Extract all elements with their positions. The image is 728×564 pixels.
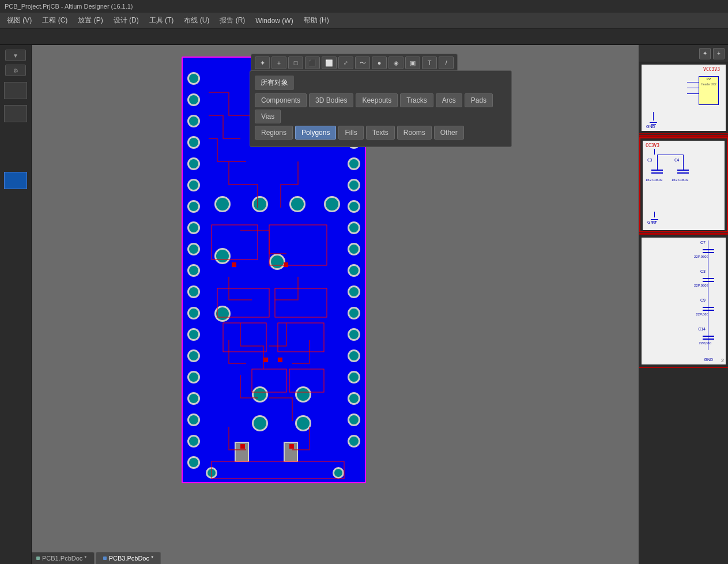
schematic-panel-2: CC3V3 C3 C4 163 C0603 163 C0603 GN — [639, 137, 728, 232]
cap-plate-2a — [677, 170, 689, 171]
right-panel: ✦ + VCC3V3 P2 Header 3X2 GND — [639, 45, 728, 564]
filter-keepouts[interactable]: Keepouts — [356, 93, 398, 107]
cap-c14-type: 22P,060 — [699, 341, 711, 345]
via-center-8 — [252, 386, 268, 403]
via-bottom-2 — [333, 467, 344, 479]
sidebar-panel-2 — [4, 105, 27, 122]
gnd-bar-2 — [652, 221, 657, 221]
vcc-label-2: CC3V3 — [646, 143, 659, 148]
tool-line[interactable]: / — [439, 57, 454, 69]
tool-add[interactable]: + — [271, 57, 286, 69]
right-tool-select[interactable]: ✦ — [699, 48, 711, 59]
tool-bar-chart[interactable]: ⬛ — [305, 57, 320, 69]
via-center-10 — [252, 415, 268, 431]
filter-other[interactable]: Other — [434, 126, 464, 140]
filter-rooms[interactable]: Rooms — [397, 126, 432, 140]
via-9 — [187, 243, 200, 255]
via-center-4 — [324, 196, 340, 212]
canvas-area[interactable]: ✦ + □ ⬛ ⬜ ⤢ 〜 ● ◈ ▣ T / 所有对象 Components … — [32, 45, 639, 564]
menu-design[interactable]: 设计 (D) — [109, 14, 144, 27]
p2-label: P2 — [699, 77, 718, 81]
filter-3dbodies[interactable]: 3D Bodies — [309, 93, 353, 107]
filter-row-2: Regions Polygons Fills Texts Rooms Other — [255, 126, 507, 140]
main-wire-3 — [708, 240, 708, 350]
vcc-label-1: VCC3V3 — [703, 67, 720, 72]
via-10 — [187, 264, 200, 277]
via-r6 — [348, 179, 360, 191]
wire-top — [657, 155, 683, 155]
wire-cap-2 — [683, 155, 684, 170]
sidebar-btn-arrow[interactable]: ▼ — [5, 50, 26, 61]
gnd-wire-3 — [651, 124, 656, 125]
title-bar: PCB_Project.PrjCB - Altium Designer (16.… — [0, 0, 728, 13]
filter-polygons[interactable]: Polygons — [295, 126, 336, 140]
sidebar-btn-gear[interactable]: ⚙ — [5, 65, 26, 76]
via-r12 — [348, 307, 360, 319]
via-3 — [187, 115, 200, 127]
via-center-11 — [295, 415, 311, 431]
menu-window[interactable]: Window (W) — [251, 15, 297, 27]
cap-c3b-type: 22P,0603 — [694, 284, 708, 287]
via-2 — [187, 93, 200, 106]
cap-c7-label: C7 — [700, 240, 706, 245]
title-text: PCB_Project.PrjCB - Altium Designer (16.… — [5, 3, 133, 10]
via-center-6 — [269, 254, 285, 270]
cap-plate-2b — [677, 172, 689, 174]
tool-route[interactable]: ⤢ — [338, 57, 353, 69]
schematic-panel-3: C7 22P,0603 C3 22P,0603 C9 22P,060 C14 2… — [639, 235, 728, 368]
tool-target[interactable]: ◈ — [388, 57, 403, 69]
filter-fills[interactable]: Fills — [338, 126, 363, 140]
via-r16 — [348, 392, 360, 405]
menu-tools[interactable]: 工具 (T) — [145, 14, 179, 27]
page-number-3: 2 — [721, 358, 724, 363]
wire-3 — [687, 93, 699, 94]
tool-text[interactable]: T — [422, 57, 437, 69]
cap-plate-1a — [651, 170, 663, 171]
component-p2: P2 Header 3X2 — [699, 76, 719, 105]
tool-rect[interactable]: □ — [288, 57, 303, 69]
via-8 — [187, 221, 200, 234]
menu-report[interactable]: 报告 (R) — [215, 14, 250, 27]
menu-help[interactable]: 帮助 (H) — [299, 14, 334, 27]
via-center-5 — [214, 248, 231, 264]
via-6 — [187, 179, 200, 191]
wire-1 — [687, 82, 699, 82]
menu-route[interactable]: 布线 (U) — [179, 14, 214, 27]
filter-tracks[interactable]: Tracks — [400, 93, 433, 107]
schematic-inner-3: C7 22P,0603 C3 22P,0603 C9 22P,060 C14 2… — [642, 238, 726, 364]
filter-texts[interactable]: Texts — [366, 126, 395, 140]
filter-regions[interactable]: Regions — [255, 126, 293, 140]
via-7 — [187, 200, 200, 213]
p2-type: Header 3X2 — [699, 82, 718, 86]
tool-select[interactable]: ✦ — [255, 57, 270, 69]
cap-c7-type: 22P,0603 — [694, 255, 708, 258]
via-r18 — [348, 435, 360, 448]
via-17 — [187, 413, 200, 426]
filter-arcs[interactable]: Arcs — [436, 93, 462, 107]
sidebar-panel-active — [4, 172, 27, 189]
right-tool-add[interactable]: + — [713, 48, 725, 59]
cap-c3b-label: C3 — [700, 269, 706, 273]
menu-view[interactable]: 视图 (V) — [2, 14, 36, 27]
cap-c9-label: C9 — [700, 298, 706, 302]
filter-vias[interactable]: Vias — [255, 110, 281, 123]
filter-title[interactable]: 所有对象 — [255, 76, 294, 90]
via-18 — [187, 435, 200, 448]
gnd-wire-4 — [652, 126, 655, 126]
via-12 — [187, 307, 200, 319]
tool-wave[interactable]: 〜 — [355, 57, 370, 69]
tool-union[interactable]: ⬜ — [322, 57, 337, 69]
tool-circle[interactable]: ● — [372, 57, 387, 69]
cap-c3b-plate2 — [703, 281, 714, 282]
filter-pads[interactable]: Pads — [465, 93, 493, 107]
gnd-wire-2 — [650, 122, 657, 123]
menu-place[interactable]: 放置 (P) — [73, 14, 107, 27]
via-11 — [187, 285, 200, 298]
menu-project[interactable]: 工程 (C) — [37, 14, 72, 27]
via-1 — [187, 72, 200, 85]
via-center-3 — [289, 196, 305, 212]
via-r13 — [348, 328, 360, 341]
tool-fill[interactable]: ▣ — [405, 57, 420, 69]
vcc-line-1 — [654, 149, 655, 155]
filter-components[interactable]: Components — [255, 93, 307, 107]
